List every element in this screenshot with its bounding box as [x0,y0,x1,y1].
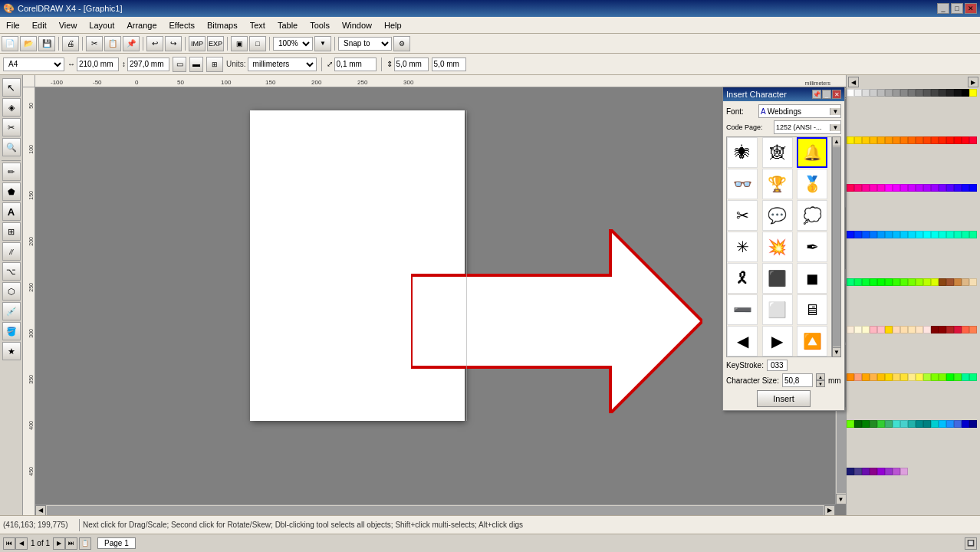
color-swatch[interactable] [923,420,931,428]
color-swatch[interactable] [885,136,893,144]
color-swatch[interactable] [885,278,893,286]
snap-select[interactable]: Snap to [338,37,392,51]
color-swatch[interactable] [854,373,862,381]
color-swatch[interactable] [939,326,946,334]
menu-view[interactable]: View [53,17,84,33]
color-swatch[interactable] [962,420,969,428]
font-dropdown[interactable]: A Webdings ▼ [758,104,841,118]
ic-close-btn[interactable]: ✕ [832,90,841,99]
height-input[interactable] [127,58,169,71]
color-swatch[interactable] [939,278,946,286]
color-swatch[interactable] [923,326,931,334]
page-next-btn[interactable]: ▶ [53,537,65,550]
color-swatch[interactable] [908,231,916,238]
color-swatch[interactable] [954,326,962,334]
code-page-dropdown[interactable]: 1252 (ANSI -... ▼ [774,120,841,134]
color-swatch[interactable] [931,184,939,192]
color-swatch[interactable] [916,420,923,428]
nudge-input[interactable] [334,58,377,71]
color-swatch[interactable] [939,420,946,428]
color-swatch[interactable] [847,136,854,144]
color-swatch[interactable] [916,278,923,286]
color-swatch[interactable] [862,373,870,381]
menu-table[interactable]: Table [271,17,304,33]
color-swatch[interactable] [847,89,854,97]
char-cell[interactable]: 💬 [762,200,793,231]
color-swatch[interactable] [939,184,946,192]
color-swatch[interactable] [877,278,885,286]
snap-settings[interactable]: ⚙ [393,36,410,51]
grid-scroll-down[interactable]: ▼ [832,347,841,356]
ic-pin-btn[interactable]: 📌 [812,90,821,99]
color-swatch[interactable] [870,89,877,97]
color-swatch[interactable] [908,420,916,428]
color-swatch[interactable] [862,278,870,286]
parallel-tool[interactable]: ⫽ [2,242,21,261]
hsize2-input[interactable] [432,58,466,71]
page-properties-btn[interactable]: 📋 [79,537,91,550]
color-swatch[interactable] [847,420,854,428]
color-swatch[interactable] [877,468,885,475]
color-swatch[interactable] [931,326,939,334]
color-swatch[interactable] [854,89,862,97]
color-swatch[interactable] [900,278,908,286]
color-swatch[interactable] [931,89,939,97]
color-swatch[interactable] [885,326,893,334]
char-cell[interactable]: ▶ [762,326,793,356]
color-swatch[interactable] [847,184,854,192]
menu-arrange[interactable]: Arrange [120,17,163,33]
save-button[interactable]: 💾 [38,36,55,51]
zoom-tool[interactable]: 🔍 [2,138,21,156]
color-swatch[interactable] [946,278,954,286]
char-cell[interactable]: 🥇 [797,169,827,199]
char-cell[interactable]: ◀ [727,326,758,356]
char-cell[interactable]: 🕸 [762,137,793,168]
color-swatch[interactable] [962,231,969,238]
color-swatch[interactable] [908,373,916,381]
maximize-button[interactable]: □ [951,3,963,14]
char-cell[interactable]: 🕷 [727,137,758,168]
color-swatch[interactable] [969,184,977,192]
char-cell[interactable]: ✒ [797,232,827,262]
color-swatch[interactable] [870,278,877,286]
color-swatch[interactable] [877,326,885,334]
color-swatch[interactable] [900,468,908,475]
color-swatch[interactable] [939,89,946,97]
color-swatch[interactable] [954,89,962,97]
select-tool[interactable]: ↖ [2,78,21,97]
smart-tool[interactable]: ★ [2,342,21,360]
width-input[interactable] [77,58,119,71]
close-button[interactable]: ✕ [965,3,977,14]
scroll-down-btn[interactable]: ▼ [836,494,847,504]
color-swatch[interactable] [877,373,885,381]
color-swatch[interactable] [923,184,931,192]
color-swatch[interactable] [946,420,954,428]
color-swatch[interactable] [969,373,977,381]
color-swatch[interactable] [931,420,939,428]
outline-button[interactable]: □ [249,36,266,51]
import-button[interactable]: IMP [189,36,206,51]
new-button[interactable]: 📄 [2,36,18,51]
palette-prev-btn[interactable]: ◀ [848,77,859,87]
color-swatch[interactable] [862,231,870,238]
char-cell[interactable]: 👓 [727,169,758,199]
cut-button[interactable]: ✂ [86,36,103,51]
char-cell[interactable]: 🎗 [727,263,758,294]
connector-tool[interactable]: ⌥ [2,262,21,281]
color-swatch[interactable] [969,89,977,97]
color-swatch[interactable] [962,373,969,381]
print-button[interactable]: 🖨 [62,36,79,51]
color-swatch[interactable] [962,136,969,144]
table-tool[interactable]: ⊞ [2,222,21,241]
color-swatch[interactable] [854,420,862,428]
color-swatch[interactable] [916,373,923,381]
color-swatch[interactable] [893,420,900,428]
char-size-up[interactable]: ▲ [816,373,825,380]
scroll-left-btn[interactable]: ◀ [35,505,46,516]
color-swatch[interactable] [939,373,946,381]
color-swatch[interactable] [870,468,877,475]
color-swatch[interactable] [870,420,877,428]
menu-window[interactable]: Window [336,17,378,33]
blend-tool[interactable]: ⬡ [2,282,21,301]
scroll-right-btn[interactable]: ▶ [824,505,835,516]
